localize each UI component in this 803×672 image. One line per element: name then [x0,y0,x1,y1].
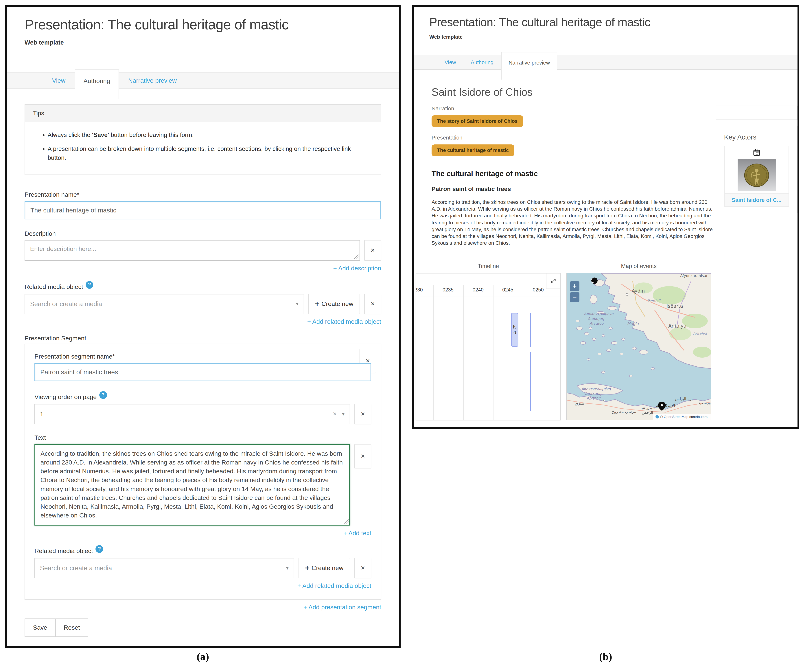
help-icon[interactable]: ? [96,545,103,553]
tip-item: A presentation can be broken down into m… [48,144,370,163]
screenshot-stage: Presentation: The cultural heritage of m… [0,0,803,672]
map-label: مرسى مطروح [611,409,636,414]
presentation-name-input[interactable] [24,201,381,220]
timeline-gridline [523,285,523,420]
segment-body-text: According to tradition, the skinos trees… [432,199,715,247]
add-presentation-segment-link[interactable]: + Add presentation segment [24,604,381,611]
caption-a: (a) [185,650,221,663]
remove-media-button[interactable]: ✕ [354,558,371,578]
remove-text-button[interactable]: ✕ [354,444,371,469]
clear-icon[interactable]: ✕ [333,411,337,417]
save-button[interactable]: Save [24,618,56,637]
add-related-media-link[interactable]: + Add related media object [24,318,381,325]
segment-text-textarea[interactable]: According to tradition, the skinos trees… [34,444,350,526]
page-title: Presentation: The cultural heritage of m… [429,15,782,29]
expand-icon [550,278,557,284]
map-label: Denizli [647,299,661,303]
preview-content: Saint Isidore of Chios Narration The sto… [432,86,715,247]
timeline-tick: 0240 [473,287,484,293]
zoom-out-button[interactable]: − [570,292,579,302]
template-subtitle: Web template [24,39,381,46]
timeline-heading: Timeline [416,263,561,270]
tab-narrative-preview[interactable]: Narrative preview [120,73,185,88]
expand-button[interactable] [546,273,560,289]
plus-icon: + [315,300,319,308]
close-icon: ✕ [371,301,375,307]
chevron-down-icon: ▾ [342,411,345,417]
remove-media-button[interactable]: ✕ [364,294,381,314]
timeline-tick: 0250 [533,287,544,293]
media-search-select[interactable]: Search or create a media ▾ [34,558,294,578]
map-label: Antalya [693,331,707,336]
map-label: Aydın [632,288,645,294]
create-new-media-button[interactable]: + Create new [299,558,350,578]
narrative-preview-panel: Presentation: The cultural heritage of m… [412,5,799,429]
zoom-in-button[interactable]: + [570,281,579,291]
osm-link[interactable]: OpenStreetMap [664,415,688,419]
tab-view[interactable]: View [437,55,463,69]
media-search-placeholder: Search or create a media [30,300,296,308]
timeline-event-box[interactable]: Is0 [511,313,519,347]
segment-name-input[interactable] [34,363,371,381]
reset-button[interactable]: Reset [55,618,88,637]
page-title: Presentation: The cultural heritage of m… [24,16,381,33]
help-icon[interactable]: ? [99,391,107,399]
map-label: Αποκεντρωμένη [581,387,611,391]
create-new-media-button[interactable]: + Create new [309,294,360,314]
tab-authoring[interactable]: Authoring [75,70,119,99]
tab-view[interactable]: View [44,73,74,88]
map-label: Αιγαίου [590,321,604,325]
timeline-axis-line [416,296,560,297]
key-actors-heading: Key Actors [724,133,797,141]
authoring-form: Tips Always click the 'Save' button befo… [7,104,399,637]
timeline-tick: 230 [416,287,423,293]
narration-chip[interactable]: The story of Saint Isidore of Chios [432,115,523,127]
timeline-gridline [553,285,553,420]
media-search-select[interactable]: Search or create a media ▾ [24,294,304,314]
related-media-label: Related media object? [34,547,371,555]
presentation-chip[interactable]: The cultural heritage of mastic [432,145,514,156]
close-icon: ✕ [361,453,365,459]
actor-card[interactable]: Saint Isidore of C... [724,146,789,207]
timeline-tick: 0235 [442,287,454,293]
narration-label: Narration [432,106,715,112]
related-media-label: Related media object? [24,283,381,291]
map-label: طبرق [575,401,585,405]
map-canvas: Aydın Denizli Isparta Antalya Muğla Afyo… [567,273,711,420]
add-text-link[interactable]: + Add text [34,530,371,537]
presentation-segment-card: ✕ Presentation segment name* Viewing ord… [24,344,381,600]
tab-narrative-preview[interactable]: Narrative preview [501,52,557,80]
sidebar-box[interactable] [715,106,798,120]
map-label: Isparta [666,303,683,309]
map-label: برج البرلس [675,397,693,401]
description-label: Description [24,230,381,237]
template-subtitle: Web template [429,34,782,40]
tip-item: Always click the 'Save' button before le… [48,130,370,140]
timeline-tick: 0245 [502,287,513,293]
presentation-label: Presentation [432,135,715,141]
close-icon: ✕ [361,565,365,571]
remove-description-button[interactable]: ✕ [364,240,381,261]
tab-authoring[interactable]: Authoring [464,55,501,69]
timeline-widget[interactable]: 230 0235 0240 0245 0250 Is0 [416,273,561,420]
description-textarea[interactable] [24,240,360,261]
tips-list: Always click the 'Save' button before le… [36,130,370,163]
map-label: Antalya [668,323,686,329]
remove-viewing-order-button[interactable]: ✕ [354,404,371,424]
map-label: سيدي عبد [640,406,655,410]
chevron-down-icon: ▾ [296,301,299,307]
help-icon[interactable]: ? [86,281,93,289]
tab-bar: View Authoring Narrative preview [414,55,798,70]
events-map[interactable]: Aydın Denizli Isparta Antalya Muğla Afyo… [566,273,711,420]
add-description-link[interactable]: + Add description [24,265,381,272]
timeline-event-bar[interactable] [530,313,531,347]
key-actors-panel: Key Actors [715,126,798,213]
map-label: Afyonkarahisar [680,273,708,278]
map-label: Διοίκηση [585,391,601,396]
map-attribution: © OpenStreetMap contributors. [653,414,711,420]
timeline-event-bar[interactable] [530,352,531,411]
section-subtitle: Patron saint of mastic trees [432,185,715,192]
viewing-order-select[interactable]: 1 ✕ ▾ [34,404,350,424]
add-related-media-link[interactable]: + Add related media object [34,582,371,589]
actor-link[interactable]: Saint Isidore of C... [732,197,782,203]
